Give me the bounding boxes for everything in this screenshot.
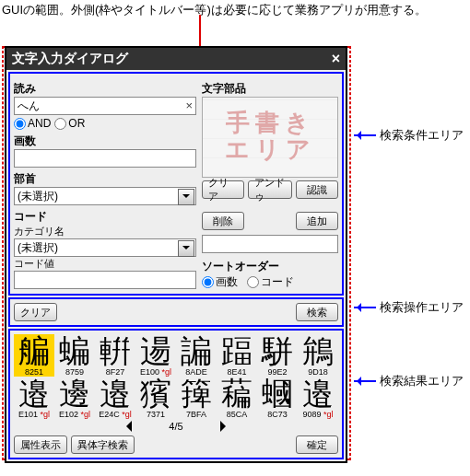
prev-page-icon[interactable] bbox=[121, 421, 132, 432]
glyph-code: 8F27 bbox=[95, 367, 135, 377]
glyph-cell[interactable]: 邉9089 *gl bbox=[298, 377, 338, 419]
glyph-char: 邉 bbox=[298, 378, 338, 410]
glyph-cell[interactable]: 駢99E2 bbox=[257, 334, 298, 377]
glyph-char: 艑 bbox=[14, 336, 54, 367]
gui-bounds bbox=[349, 46, 351, 460]
glyph-cell[interactable]: 獱7371 bbox=[135, 377, 176, 419]
glyph-cell[interactable]: 艑8251 bbox=[14, 334, 54, 377]
glyph-code: E101 *gl bbox=[14, 410, 54, 419]
glyph-cell[interactable]: 鴘9D18 bbox=[298, 334, 338, 377]
glyph-code: E102 *gl bbox=[54, 410, 95, 419]
handwrite-area[interactable]: 手書き エリア bbox=[202, 97, 338, 178]
glyph-code: 7371 bbox=[135, 410, 176, 419]
radical-select[interactable]: (未選択) bbox=[14, 187, 196, 205]
search-operation-area: クリア 検索 bbox=[8, 297, 344, 327]
annotation-result: 検索結果エリア bbox=[354, 373, 464, 389]
variant-button[interactable]: 異体字検索 bbox=[71, 435, 135, 454]
glyph-char: 篺 bbox=[176, 378, 217, 410]
undo-button[interactable]: アンドゥ bbox=[248, 180, 292, 199]
glyph-code: 8759 bbox=[54, 367, 95, 377]
sort-strokes-radio[interactable] bbox=[202, 276, 214, 288]
glyph-cell[interactable]: 邉E24C *gl bbox=[95, 377, 135, 419]
glyph-code: 85CA bbox=[217, 410, 257, 419]
or-radio[interactable] bbox=[54, 118, 66, 130]
glyph-cell[interactable]: 蝙8759 bbox=[54, 334, 95, 377]
glyph-char: 邊 bbox=[54, 378, 95, 410]
strokes-label: 画数 bbox=[14, 134, 196, 149]
search-results-area: 艑8251蝙8759輧8F27逿E100 *gl諞8ADE踾8E41駢99E2鴘… bbox=[8, 329, 344, 459]
glyph-code: E100 *gl bbox=[135, 367, 176, 377]
glyph-char: 邉 bbox=[14, 378, 54, 410]
codeval-input[interactable] bbox=[14, 271, 196, 289]
glyph-char: 踾 bbox=[217, 336, 257, 367]
glyph-cell[interactable]: 逿E100 *gl bbox=[135, 334, 176, 377]
glyph-code: 8C73 bbox=[257, 410, 298, 419]
and-radio[interactable] bbox=[14, 118, 26, 130]
glyph-code: 99E2 bbox=[257, 367, 298, 377]
annotation-operation: 検索操作エリア bbox=[354, 299, 464, 316]
glyph-char: 藊 bbox=[217, 378, 257, 410]
glyph-cell[interactable]: 篺7BFA bbox=[176, 377, 217, 419]
glyph-code: 8E41 bbox=[217, 367, 257, 377]
confirm-button[interactable]: 確定 bbox=[296, 435, 338, 454]
recognize-button[interactable]: 認識 bbox=[296, 180, 338, 199]
glyph-char: 逿 bbox=[135, 336, 176, 367]
titlebar[interactable]: 文字入力ダイアログ × bbox=[6, 48, 346, 70]
search-condition-area: 読み × AND OR 画数 部首 (未選択) コード カテゴリ名 (未選択) … bbox=[8, 72, 344, 296]
clear-all-button[interactable]: クリア bbox=[14, 303, 57, 321]
sort-code-radio[interactable] bbox=[247, 276, 259, 288]
glyph-cell[interactable]: 邉E101 *gl bbox=[14, 377, 54, 419]
glyph-char: 蝙 bbox=[54, 336, 95, 367]
search-button[interactable]: 検索 bbox=[296, 303, 338, 321]
glyph-char: 鴘 bbox=[298, 336, 338, 367]
glyph-code: 9D18 bbox=[298, 367, 338, 377]
glyph-code: 8251 bbox=[14, 367, 54, 377]
sort-strokes-label: 画数 bbox=[216, 274, 238, 290]
close-icon[interactable]: × bbox=[332, 51, 340, 67]
sort-label: ソートオーダー bbox=[202, 259, 338, 274]
glyph-cell[interactable]: 藊85CA bbox=[217, 377, 257, 419]
add-button[interactable]: 追加 bbox=[296, 212, 338, 230]
and-label: AND bbox=[28, 117, 51, 130]
page-indicator: 4/5 bbox=[169, 421, 182, 432]
glyph-char: 蟈 bbox=[257, 378, 298, 410]
strokes-input[interactable] bbox=[14, 149, 196, 168]
glyph-char: 獱 bbox=[135, 378, 176, 410]
codeval-label: コード値 bbox=[14, 257, 196, 271]
glyph-code: 7BFA bbox=[176, 410, 217, 419]
radical-label: 部首 bbox=[14, 171, 196, 187]
attr-button[interactable]: 属性表示 bbox=[14, 435, 67, 454]
parts-input[interactable] bbox=[202, 235, 338, 253]
glyph-cell[interactable]: 踾8E41 bbox=[217, 334, 257, 377]
clear-button[interactable]: クリア bbox=[202, 180, 244, 199]
dialog-window: 文字入力ダイアログ × 読み × AND OR 画数 部首 (未選択) コード bbox=[5, 46, 347, 463]
clear-x-icon[interactable]: × bbox=[185, 99, 193, 112]
glyph-code: 8ADE bbox=[176, 367, 217, 377]
window-title: 文字入力ダイアログ bbox=[12, 51, 332, 67]
glyph-cell[interactable]: 邊E102 *gl bbox=[54, 377, 95, 419]
glyph-cell[interactable]: 蟈8C73 bbox=[257, 377, 298, 419]
glyph-cell[interactable]: 輧8F27 bbox=[95, 334, 135, 377]
glyph-cell[interactable]: 諞8ADE bbox=[176, 334, 217, 377]
next-page-icon[interactable] bbox=[220, 421, 231, 432]
code-label: コード bbox=[14, 209, 196, 225]
moji-parts-label: 文字部品 bbox=[202, 81, 338, 97]
annotation-condition: 検索条件エリア bbox=[354, 127, 464, 144]
glyph-char: 駢 bbox=[257, 336, 298, 367]
glyph-char: 邉 bbox=[95, 378, 135, 410]
glyph-char: 諞 bbox=[176, 336, 217, 367]
top-note: GUIの範囲。外側(枠やタイトルバー等)は必要に応じて業務アプリが用意する。 bbox=[2, 2, 427, 18]
handwrite-placeholder: 手書き エリア bbox=[225, 110, 316, 163]
gui-bounds bbox=[2, 46, 4, 460]
sort-code-label: コード bbox=[261, 274, 294, 290]
category-select[interactable]: (未選択) bbox=[14, 238, 196, 257]
reading-label: 読み bbox=[14, 81, 196, 97]
glyph-char: 輧 bbox=[95, 336, 135, 367]
reading-input[interactable] bbox=[14, 97, 196, 115]
glyph-code: E24C *gl bbox=[95, 410, 135, 419]
delete-button[interactable]: 削除 bbox=[202, 212, 244, 230]
glyph-code: 9089 *gl bbox=[298, 410, 338, 419]
category-label: カテゴリ名 bbox=[14, 225, 196, 238]
or-label: OR bbox=[68, 117, 85, 130]
